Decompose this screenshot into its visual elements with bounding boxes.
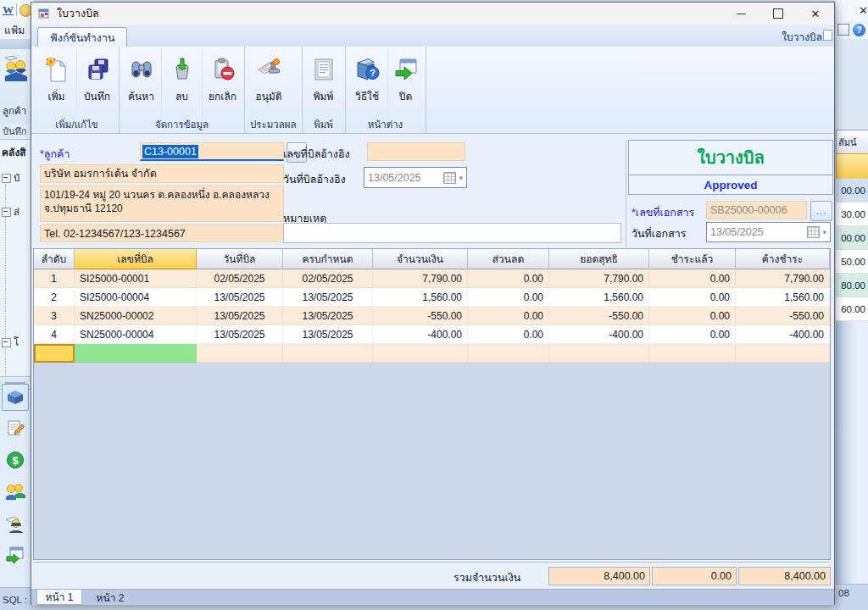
tab-functions[interactable]: ฟังก์ชันทำงาน	[37, 27, 127, 47]
sidebar-item-journal[interactable]	[3, 415, 28, 441]
grid-cell[interactable]: 0.00	[649, 307, 736, 325]
chevron-down-icon[interactable]: ▾	[459, 174, 463, 182]
grid-cell[interactable]: 13/05/2025	[197, 288, 283, 307]
approve-button[interactable]: อนุมัติ	[247, 48, 291, 117]
grid-cell[interactable]: 7,790.00	[373, 269, 468, 288]
grid-cell[interactable]: SI25000-00001	[75, 269, 197, 288]
background-grid-cell[interactable]: 00.00	[836, 226, 868, 250]
grid-cell[interactable]: 02/05/2025	[197, 269, 283, 288]
new-row-indicator-cell[interactable]	[34, 344, 75, 363]
tab-page-2[interactable]: หน้า 2	[87, 590, 133, 605]
grid-cell[interactable]: 0.00	[468, 269, 549, 288]
new-row-cell[interactable]	[736, 344, 830, 363]
doc-date-picker[interactable]: 13/05/2025 ▾	[706, 222, 831, 242]
sidebar-item-finance[interactable]: $	[3, 447, 28, 473]
maximize-button[interactable]	[760, 3, 797, 25]
grid-cell[interactable]: SN25000-00004	[75, 325, 197, 344]
column-header[interactable]: วันที่บิล	[197, 249, 283, 269]
grid-cell[interactable]: 7,790.00	[736, 269, 830, 288]
search-button[interactable]: ค้นหา	[121, 48, 162, 117]
app-help-icon[interactable]: ?	[853, 24, 865, 36]
new-row-cell[interactable]	[283, 344, 373, 363]
column-header[interactable]: ส่วนลด	[468, 249, 549, 269]
customer-address-field[interactable]: 101/19-24 หมู่ 20 นวนคร ต.คลองหนึ่ง อ.คล…	[40, 186, 284, 222]
grid-cell[interactable]: 4	[34, 325, 75, 344]
word-logo-icon[interactable]: W	[3, 3, 14, 17]
doc-no-field[interactable]: SB25000-00006	[706, 201, 807, 219]
save-button[interactable]: บันทึก	[77, 48, 117, 117]
grid-cell[interactable]: SN25000-00002	[75, 307, 197, 325]
background-grid-cell[interactable]: 50.00	[836, 250, 868, 274]
grid-cell[interactable]: -550.00	[373, 307, 468, 325]
new-row-cell[interactable]	[197, 344, 283, 363]
grid-cell[interactable]: -400.00	[549, 325, 649, 344]
column-header[interactable]: ชำระแล้ว	[649, 249, 736, 269]
collapse-icon[interactable]	[2, 338, 11, 347]
grid-cell[interactable]: 1	[34, 269, 75, 288]
grid-cell[interactable]: 2	[34, 288, 75, 307]
window-titlebar[interactable]: ใบวางบิล ✕	[31, 3, 834, 25]
new-row-cell[interactable]	[649, 344, 736, 363]
background-grid-cell[interactable]: 00.00	[836, 179, 868, 202]
collapse-icon[interactable]	[2, 174, 11, 183]
tree-item[interactable]: โ	[2, 335, 19, 350]
new-row-cell[interactable]	[373, 344, 468, 363]
chevron-down-icon[interactable]: ▾	[822, 228, 826, 236]
customer-name-field[interactable]: บริษัท อมรการ์เด้น จำกัด	[40, 164, 284, 183]
column-header[interactable]: จำนวนเงิน	[373, 249, 468, 269]
close-form-button[interactable]: ปิด	[388, 48, 424, 117]
new-row-edit-cell[interactable]	[75, 344, 197, 363]
grid-cell[interactable]: 1,560.00	[736, 288, 830, 307]
column-header[interactable]: ครบกำหนด	[283, 249, 373, 269]
grid-cell[interactable]: 7,790.00	[549, 269, 649, 288]
cancel-button[interactable]: ยกเลิก	[203, 48, 242, 117]
customer-toolbar-button[interactable]: ลูกค้า	[0, 49, 31, 124]
grid-cell[interactable]: -400.00	[736, 325, 830, 344]
grid-settings-icon[interactable]	[837, 24, 849, 36]
background-grid-header-partial[interactable]	[836, 153, 868, 180]
delete-button[interactable]: ลบ	[162, 48, 203, 117]
grid-cell[interactable]: -550.00	[549, 307, 649, 325]
grid-cell[interactable]: 1,560.00	[373, 288, 468, 307]
grid-cell[interactable]: 13/05/2025	[283, 288, 373, 307]
doc-no-browse-button[interactable]: ...	[810, 201, 832, 221]
customer-code-input[interactable]: C13-00001	[140, 142, 284, 161]
new-row-cell[interactable]	[549, 344, 649, 363]
grid-cell[interactable]: 13/05/2025	[197, 325, 283, 344]
sidebar-item-customers[interactable]	[3, 480, 28, 505]
grid-cell[interactable]: -550.00	[736, 307, 830, 325]
background-grid-cell[interactable]: 60.00	[836, 297, 868, 321]
collapse-icon[interactable]	[2, 208, 11, 217]
ref-date-picker[interactable]: 13/05/2025 ▾	[364, 167, 467, 188]
column-header[interactable]: ลำดับ	[34, 249, 75, 269]
minimize-button[interactable]	[722, 3, 760, 25]
print-button[interactable]: พิมพ์	[304, 48, 343, 117]
tree-item[interactable]: บั	[2, 170, 19, 186]
grid-cell[interactable]: 0.00	[649, 325, 736, 344]
grid-cell[interactable]: 3	[34, 307, 75, 325]
tree-item[interactable]: ส่	[2, 204, 19, 219]
grid-cell[interactable]: 13/05/2025	[197, 307, 283, 325]
sidebar-item-vendors[interactable]	[3, 512, 28, 537]
column-header[interactable]: ยอดสุทธิ	[549, 249, 649, 269]
background-grid-cell[interactable]: 30.00	[836, 202, 868, 226]
columns-button-partial[interactable]: ลัมน์	[836, 130, 868, 155]
background-grid-cell[interactable]: 80.00	[836, 274, 868, 297]
help-button[interactable]: ? วิธีใช้	[348, 48, 388, 117]
remark-input[interactable]	[283, 223, 621, 243]
tab-page-1[interactable]: หน้า 1	[36, 590, 82, 605]
new-row-cell[interactable]	[468, 344, 549, 363]
grid-cell[interactable]: 0.00	[649, 269, 736, 288]
grid-cell[interactable]: -400.00	[373, 325, 468, 344]
customer-tel-field[interactable]: Tel. 02-1234567/123-1234567	[40, 225, 284, 242]
app-close-icon[interactable]: ✕	[859, 4, 868, 17]
sidebar-item-inventory[interactable]	[2, 384, 29, 411]
sidebar-item-exit[interactable]	[3, 542, 28, 568]
grid-cell[interactable]: 0.00	[649, 288, 736, 307]
grid-cell[interactable]: 13/05/2025	[283, 325, 373, 344]
grid-cell[interactable]: 0.00	[468, 307, 549, 325]
column-header-sorted[interactable]: เลขที่บิล	[75, 249, 197, 269]
grid-cell[interactable]: 0.00	[468, 288, 549, 307]
grid-cell[interactable]: 0.00	[468, 325, 549, 344]
column-header[interactable]: ค้างชำระ	[736, 249, 830, 269]
